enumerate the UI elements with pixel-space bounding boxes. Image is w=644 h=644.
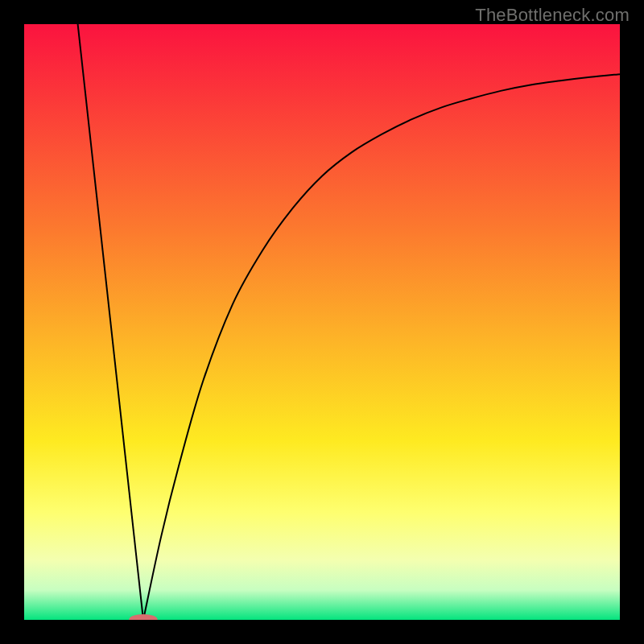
- chart-plot: [24, 24, 620, 620]
- chart-background: [24, 24, 620, 620]
- chart-container: TheBottleneck.com: [0, 0, 644, 644]
- watermark-text: TheBottleneck.com: [475, 5, 630, 26]
